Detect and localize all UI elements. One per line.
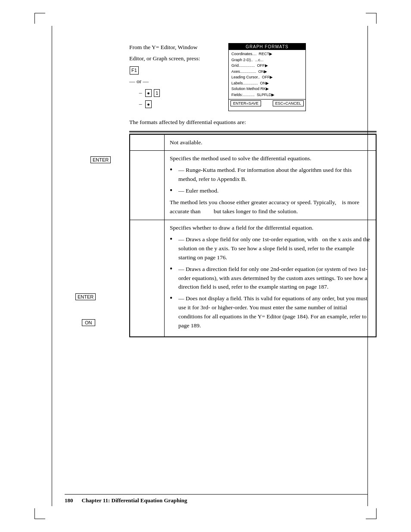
on-key-label: ON: [82, 319, 95, 326]
bullet-sym-3: •: [170, 235, 177, 243]
table-cell-right-2: Specifies the method used to solve the d…: [165, 151, 376, 220]
content-table: Not available. Specifies the method used…: [129, 134, 377, 338]
instructions-column: From the Y= Editor, Window Editor, or Gr…: [129, 43, 215, 111]
solution-method-desc: Specifies the method used to solve the d…: [170, 154, 371, 163]
dialog-row-7: Solution Method RK▶: [231, 86, 303, 92]
corner-mark-bl-h: [34, 519, 45, 519]
f1-key: F1: [130, 66, 139, 75]
enter-save-btn[interactable]: ENTER=SAVE: [230, 100, 261, 106]
table-row-1: Not available.: [130, 135, 376, 151]
alt-keys-row1: – ● 1: [136, 88, 215, 97]
corner-mark-tr-v: [376, 13, 377, 24]
no-field-text: — Does not display a field. This is vali…: [178, 294, 371, 330]
bullet-runge-kutta: • — Runge-Kutta method. For information …: [170, 166, 371, 184]
on-key: ON: [82, 319, 95, 326]
esc-cancel-btn[interactable]: ESC=CANCEL: [273, 100, 304, 106]
dialog-row-6: Labels.............. ON▶: [231, 81, 303, 87]
bullet-no-field: • — Does not display a field. This is va…: [170, 294, 371, 330]
dialog-row-3: Grid............... OFF▶: [231, 63, 303, 69]
formats-affected-text: The formats affected by differential equ…: [129, 119, 377, 126]
corner-mark-bl-v: [34, 508, 35, 519]
bullet-sym-5: •: [170, 294, 177, 302]
instruction-line1: From the Y= Editor, Window: [129, 43, 215, 52]
thick-rule: [129, 131, 377, 133]
dialog-title: GRAPH FORMATS: [229, 44, 305, 50]
dialog-row-2: Graph 2-D).. ...c...: [231, 57, 303, 63]
table-cell-right-1: Not available.: [165, 135, 376, 151]
dialog-row-8: Fields:........... SLPFLD▶: [231, 92, 303, 98]
not-available-text: Not available.: [170, 138, 371, 147]
instruction-line2: Editor, or Graph screen, press:: [129, 54, 215, 63]
dialog-row-4: Axes............... ON▶: [231, 69, 303, 75]
corner-mark-tr-h: [366, 13, 377, 13]
bullet-sym-1: •: [170, 166, 177, 174]
graph-formats-dialog: GRAPH FORMATS Coordinates.... RECT▶ Grap…: [228, 43, 306, 111]
dialog-footer: ENTER=SAVE ESC=CANCEL: [229, 99, 305, 107]
bullet-key1: ●: [145, 89, 152, 97]
table-row-3: Specifies whether to draw a field for th…: [130, 220, 376, 336]
bullet-direction-field: • — Draws a direction field for only one…: [170, 265, 371, 292]
corner-mark-br-v: [376, 508, 377, 519]
footer-content: 180 Chapter 11: Differential Equation Gr…: [65, 497, 368, 504]
table-cell-left-2: [130, 151, 165, 220]
top-section: From the Y= Editor, Window Editor, or Gr…: [129, 43, 368, 111]
page-number: 180: [65, 497, 73, 504]
bullet-euler: • — Euler method.: [170, 187, 371, 196]
dialog-row-5: Leading Cursor.. OFF▶: [231, 75, 303, 81]
dialog-content: Coordinates.... RECT▶ Graph 2-D).. ...c.…: [229, 50, 305, 99]
corner-mark-br-h: [366, 519, 377, 519]
table-cell-right-3: Specifies whether to draw a field for th…: [165, 220, 376, 336]
euler-text: — Euler method.: [178, 187, 371, 196]
num1-key: 1: [154, 89, 160, 97]
or-text: — or —: [129, 77, 215, 86]
table-cell-left-3: [130, 220, 165, 336]
bullet-sym-4: •: [170, 265, 177, 273]
fields-desc: Specifies whether to draw a field for th…: [170, 224, 371, 233]
table-row-2: Specifies the method used to solve the d…: [130, 151, 376, 220]
enter-key-label-1: ENTER: [90, 156, 111, 163]
corner-mark-tl-v: [34, 13, 35, 24]
slope-field-text: — Draws a slope field for only one 1st-o…: [178, 235, 371, 262]
bullet-sym-2: •: [170, 187, 177, 194]
footer: 180 Chapter 11: Differential Equation Gr…: [65, 494, 368, 504]
dialog-row-1: Coordinates.... RECT▶: [231, 51, 303, 57]
corner-mark-tl-h: [34, 13, 45, 13]
direction-field-text: — Draws a direction field for only one 2…: [178, 265, 371, 292]
chapter-title: Chapter 11: Differential Equation Graphi…: [82, 497, 187, 504]
key-f1-display: F1: [129, 66, 215, 75]
method-accuracy-text: The method lets you choose either greate…: [170, 198, 371, 216]
enter-key-1: ENTER: [90, 156, 111, 163]
bullet-key2: ●: [145, 100, 152, 109]
enter-key-label-2: ENTER: [75, 293, 96, 300]
runge-kutta-text: — Runge-Kutta method. For information ab…: [178, 166, 371, 184]
alt-keys-row2: – ●: [136, 100, 215, 108]
enter-key-2: ENTER: [75, 293, 96, 300]
main-content-area: ENTER ENTER ON Not available. Specifies …: [34, 134, 377, 338]
bullet-slope-field: • — Draws a slope field for only one 1st…: [170, 235, 371, 262]
table-cell-left-1: [130, 135, 165, 151]
